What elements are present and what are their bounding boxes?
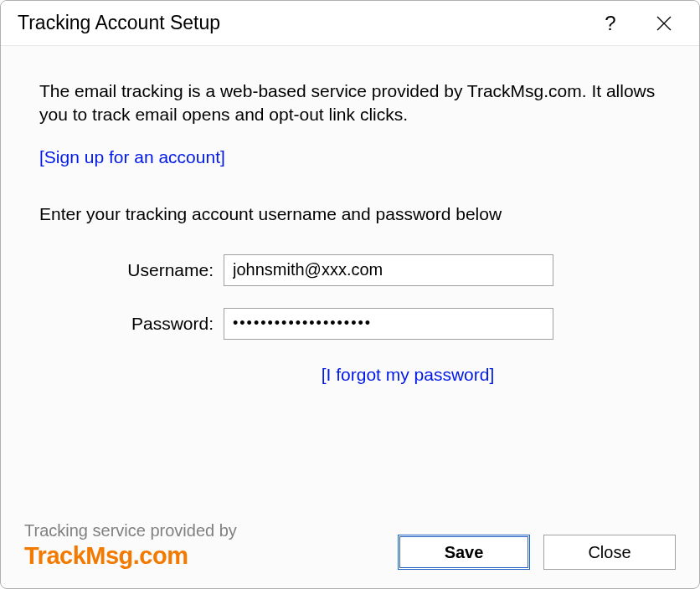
footer: Tracking service provided by TrackMsg.co… bbox=[24, 521, 676, 570]
provider-label: Tracking service provided by bbox=[24, 521, 398, 540]
dialog-content: The email tracking is a web-based servic… bbox=[1, 46, 699, 588]
password-input[interactable] bbox=[224, 308, 553, 340]
close-button[interactable]: Close bbox=[543, 535, 676, 570]
button-row: Save Close bbox=[398, 535, 676, 570]
intro-text: The email tracking is a web-based servic… bbox=[39, 79, 661, 127]
signup-link[interactable]: [Sign up for an account] bbox=[39, 147, 225, 167]
password-row: Password: bbox=[39, 308, 661, 340]
titlebar-controls: ? bbox=[599, 12, 682, 35]
username-input[interactable] bbox=[224, 254, 553, 286]
provider-block: Tracking service provided by TrackMsg.co… bbox=[24, 521, 398, 570]
dialog-title: Tracking Account Setup bbox=[18, 12, 599, 34]
instruction-text: Enter your tracking account username and… bbox=[39, 204, 661, 224]
provider-logo: TrackMsg.com bbox=[24, 542, 398, 570]
save-button[interactable]: Save bbox=[398, 535, 530, 570]
close-icon[interactable] bbox=[652, 12, 676, 35]
password-label: Password: bbox=[39, 314, 224, 334]
titlebar: Tracking Account Setup ? bbox=[1, 1, 699, 46]
forgot-row: [I forgot my password] bbox=[39, 365, 661, 385]
dialog-tracking-account-setup: Tracking Account Setup ? The email track… bbox=[0, 0, 700, 589]
username-label: Username: bbox=[39, 260, 224, 280]
username-row: Username: bbox=[39, 254, 661, 286]
forgot-password-link[interactable]: [I forgot my password] bbox=[322, 365, 495, 384]
help-icon[interactable]: ? bbox=[599, 12, 622, 35]
